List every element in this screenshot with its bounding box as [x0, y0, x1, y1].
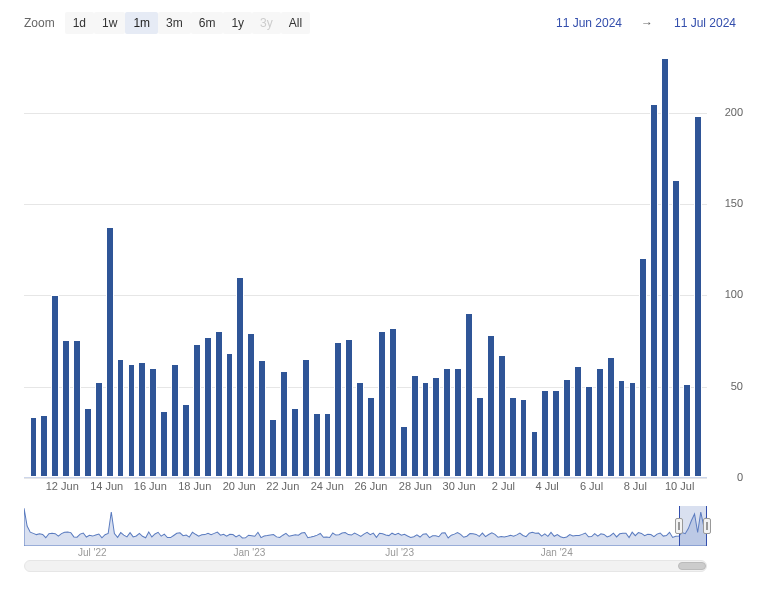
navigator-x-tick: Jul '22	[78, 547, 107, 558]
bar[interactable]	[378, 331, 386, 477]
bar[interactable]	[193, 344, 201, 477]
bar[interactable]	[389, 328, 397, 477]
zoom-1m-button[interactable]: 1m	[125, 12, 158, 34]
bar[interactable]	[84, 408, 92, 477]
bar[interactable]	[596, 368, 604, 477]
bar[interactable]	[291, 408, 299, 477]
bar[interactable]	[541, 390, 549, 477]
bar[interactable]	[51, 295, 59, 477]
zoom-all-button[interactable]: All	[281, 12, 310, 34]
x-tick-label: 2 Jul	[492, 480, 515, 492]
x-tick-label: 12 Jun	[46, 480, 79, 492]
bar[interactable]	[400, 426, 408, 477]
navigator-handle-right[interactable]	[703, 518, 711, 534]
bar[interactable]	[432, 377, 440, 477]
y-tick-label: 100	[725, 288, 743, 300]
bar[interactable]	[62, 340, 70, 477]
bar[interactable]	[509, 397, 517, 477]
bar[interactable]	[629, 382, 637, 477]
bar[interactable]	[247, 333, 255, 477]
zoom-1y-button[interactable]: 1y	[223, 12, 252, 34]
bar[interactable]	[138, 362, 146, 477]
y-tick-label: 150	[725, 197, 743, 209]
zoom-6m-button[interactable]: 6m	[191, 12, 224, 34]
navigator-sparkline	[24, 506, 707, 546]
bar[interactable]	[476, 397, 484, 477]
navigator-x-tick: Jan '24	[541, 547, 573, 558]
bar[interactable]	[226, 353, 234, 477]
bar[interactable]	[694, 116, 702, 477]
bar[interactable]	[552, 390, 560, 477]
bar[interactable]	[30, 417, 38, 477]
bar[interactable]	[204, 337, 212, 477]
bar[interactable]	[520, 399, 528, 477]
bar[interactable]	[106, 227, 114, 477]
x-tick-label: 30 Jun	[443, 480, 476, 492]
navigator-scrollbar[interactable]	[24, 560, 707, 572]
plot-area[interactable]	[24, 58, 707, 478]
bar[interactable]	[40, 415, 48, 477]
x-tick-label: 4 Jul	[536, 480, 559, 492]
x-tick-label: 10 Jul	[665, 480, 694, 492]
main-chart: 050100150200 12 Jun14 Jun16 Jun18 Jun20 …	[24, 58, 747, 498]
bar[interactable]	[258, 360, 266, 477]
navigator-x-axis: Jul '22Jan '23Jul '23Jan '24	[24, 546, 707, 558]
bar[interactable]	[574, 366, 582, 477]
bar[interactable]	[128, 364, 136, 477]
zoom-3y-button: 3y	[252, 12, 281, 34]
bar[interactable]	[443, 368, 451, 477]
x-tick-label: 16 Jun	[134, 480, 167, 492]
bar[interactable]	[563, 379, 571, 477]
bar[interactable]	[498, 355, 506, 477]
bar[interactable]	[345, 339, 353, 477]
bar[interactable]	[280, 371, 288, 477]
bar[interactable]	[356, 382, 364, 477]
bar[interactable]	[618, 380, 626, 477]
bar[interactable]	[454, 368, 462, 477]
bar[interactable]	[160, 411, 168, 477]
range-arrow-icon: →	[637, 16, 657, 30]
bar[interactable]	[639, 258, 647, 477]
bar[interactable]	[73, 340, 81, 477]
bar[interactable]	[302, 359, 310, 477]
bar[interactable]	[422, 382, 430, 477]
bar[interactable]	[661, 58, 669, 477]
bar[interactable]	[95, 382, 103, 477]
zoom-3m-button[interactable]: 3m	[158, 12, 191, 34]
bar[interactable]	[324, 413, 332, 477]
navigator-handle-left[interactable]	[675, 518, 683, 534]
bar[interactable]	[683, 384, 691, 477]
bar[interactable]	[465, 313, 473, 477]
bar[interactable]	[650, 104, 658, 477]
x-tick-label: 20 Jun	[223, 480, 256, 492]
bar[interactable]	[607, 357, 615, 477]
bar[interactable]	[171, 364, 179, 477]
navigator-x-tick: Jul '23	[385, 547, 414, 558]
bar[interactable]	[182, 404, 190, 477]
bar[interactable]	[585, 386, 593, 477]
range-to-input[interactable]	[663, 15, 747, 31]
x-axis: 12 Jun14 Jun16 Jun18 Jun20 Jun22 Jun24 J…	[24, 478, 707, 498]
bar[interactable]	[411, 375, 419, 477]
range-from-input[interactable]	[547, 15, 631, 31]
bar[interactable]	[149, 368, 157, 477]
bar[interactable]	[117, 359, 125, 477]
bar[interactable]	[269, 419, 277, 477]
x-tick-label: 22 Jun	[266, 480, 299, 492]
navigator-scrollbar-thumb[interactable]	[678, 562, 706, 570]
bar[interactable]	[334, 342, 342, 477]
navigator[interactable]: Jul '22Jan '23Jul '23Jan '24	[24, 506, 707, 558]
zoom-1w-button[interactable]: 1w	[94, 12, 125, 34]
x-tick-label: 28 Jun	[399, 480, 432, 492]
y-axis: 050100150200	[707, 58, 747, 478]
zoom-1d-button[interactable]: 1d	[65, 12, 94, 34]
bar[interactable]	[215, 331, 223, 477]
x-tick-label: 26 Jun	[354, 480, 387, 492]
bar[interactable]	[236, 277, 244, 477]
bar[interactable]	[367, 397, 375, 477]
bar[interactable]	[531, 431, 539, 477]
x-tick-label: 14 Jun	[90, 480, 123, 492]
bar[interactable]	[487, 335, 495, 477]
bar[interactable]	[672, 180, 680, 477]
bar[interactable]	[313, 413, 321, 477]
